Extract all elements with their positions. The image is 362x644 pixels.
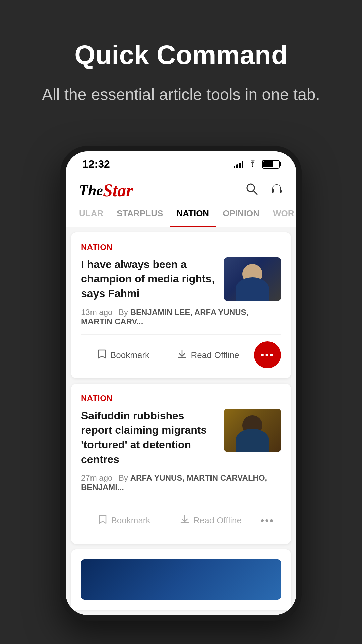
phone-mockup: 12:32	[60, 146, 302, 621]
article-2-content: Saifuddin rubbishes report claiming migr…	[81, 409, 281, 467]
news-card-1: NATION I have always been a champion of …	[71, 232, 291, 378]
tab-nation[interactable]: NATION	[170, 200, 216, 227]
bookmark-icon	[98, 349, 106, 361]
download-icon-2	[180, 514, 189, 527]
svg-rect-3	[272, 190, 274, 193]
article-1-title[interactable]: I have always been a champion of media r…	[81, 257, 217, 301]
article-2-read-offline-label: Read Offline	[193, 515, 242, 526]
article-1-thumbnail	[224, 257, 281, 301]
svg-rect-4	[280, 190, 282, 193]
status-time: 12:32	[82, 158, 110, 170]
article-1-actions: Bookmark Read Offline	[81, 334, 281, 368]
svg-point-0	[252, 166, 253, 167]
news-card-3-partial	[71, 549, 291, 610]
phone-screen: 12:32	[66, 151, 296, 615]
status-icons	[234, 159, 280, 169]
tab-world[interactable]: WOR	[266, 200, 296, 227]
page-title: Quick Command	[74, 40, 288, 70]
article-2-bookmark-label: Bookmark	[111, 515, 150, 526]
article-2-bookmark-btn[interactable]: Bookmark	[81, 511, 168, 530]
download-icon	[177, 349, 187, 361]
article-2-title[interactable]: Saifuddin rubbishes report claiming migr…	[81, 409, 217, 467]
tab-starplus[interactable]: STARPLUS	[110, 200, 170, 227]
article-3-thumbnail	[81, 559, 281, 600]
article-1-content: I have always been a champion of media r…	[81, 257, 281, 301]
battery-icon	[262, 160, 280, 169]
news-card-2: NATION Saifuddin rubbishes report claimi…	[71, 384, 291, 544]
svg-line-2	[253, 191, 257, 194]
app-header: The Star	[66, 174, 296, 200]
article-2-actions: Bookmark Read Offline	[81, 500, 281, 534]
article-1-read-offline-btn[interactable]: Read Offline	[166, 345, 251, 365]
article-2-by: By	[119, 473, 130, 482]
article-2-thumbnail	[224, 409, 281, 452]
article-2-category: NATION	[81, 394, 281, 403]
article-1-meta: 13m ago By BENJAMIN LEE, ARFA YUNUS, MAR…	[81, 308, 281, 326]
article-2-read-offline-btn[interactable]: Read Offline	[168, 511, 254, 530]
article-1-time: 13m ago	[81, 308, 112, 317]
bookmark-icon-2	[98, 514, 107, 527]
article-1-category: NATION	[81, 243, 281, 252]
tab-popular[interactable]: ULAR	[72, 200, 110, 227]
more-dots-icon: •••	[261, 349, 275, 361]
article-2-more-btn[interactable]: •••	[254, 507, 281, 534]
news-feed: NATION I have always been a champion of …	[66, 227, 296, 615]
search-icon[interactable]	[245, 182, 258, 198]
article-1-bookmark-label: Bookmark	[110, 350, 149, 360]
article-1-more-btn[interactable]: •••	[254, 341, 281, 368]
article-2-meta: 27m ago By ARFA YUNUS, MARTIN CARVALHO, …	[81, 473, 281, 492]
header-section: Quick Command All the essential article …	[0, 0, 362, 126]
nav-tabs: ULAR STARPLUS NATION OPINION WOR	[66, 200, 296, 227]
headphone-icon[interactable]	[270, 182, 283, 198]
article-1-by: By	[119, 308, 130, 317]
article-2-time: 27m ago	[81, 473, 112, 482]
header-actions	[245, 182, 283, 198]
status-bar: 12:32	[66, 151, 296, 174]
article-1-read-offline-label: Read Offline	[191, 350, 239, 360]
signal-icon	[234, 160, 243, 168]
wifi-icon	[248, 159, 257, 169]
tab-opinion[interactable]: OPINION	[216, 200, 266, 227]
phone-frame: 12:32	[60, 146, 302, 621]
app-logo: The Star	[79, 180, 133, 200]
page-subtitle: All the essential article tools in one t…	[42, 83, 320, 106]
more-dots-icon-2: •••	[261, 515, 275, 526]
article-1-bookmark-btn[interactable]: Bookmark	[81, 345, 166, 365]
